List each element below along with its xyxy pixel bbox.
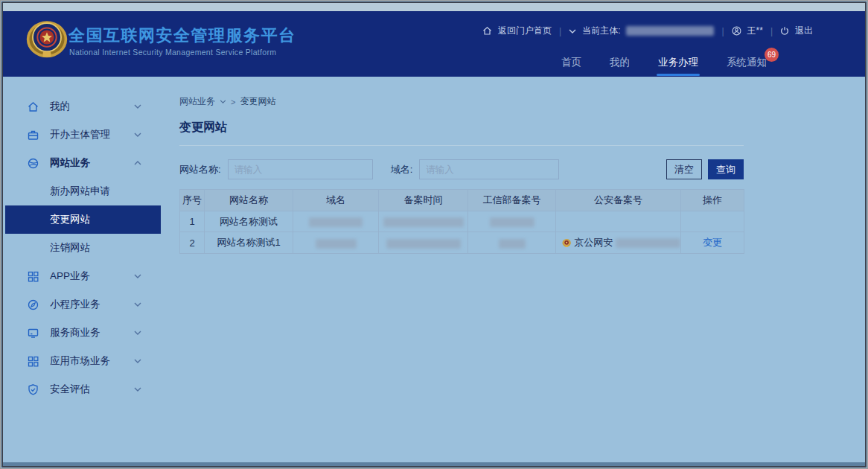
notice-count-badge: 69 bbox=[765, 48, 779, 62]
action-cell: 变更 bbox=[681, 232, 744, 254]
logout-link[interactable]: 退出 bbox=[795, 25, 813, 37]
sidebar-item-label: APP业务 bbox=[50, 269, 90, 283]
breadcrumb-parent[interactable]: 网站业务 bbox=[179, 95, 215, 108]
sidebar-item-security-assessment[interactable]: 安全评估 bbox=[5, 375, 161, 403]
record-time-cell bbox=[379, 232, 468, 254]
col-action: 操作 bbox=[681, 190, 744, 211]
redacted-subject-name bbox=[626, 26, 714, 36]
user-icon bbox=[732, 26, 741, 36]
home-icon bbox=[482, 26, 492, 36]
nav-tab-business[interactable]: 业务办理 bbox=[658, 56, 698, 69]
main-content: 网站业务 > 变更网站 变更网站 网站名称: 域名: 清空 查询 bbox=[179, 79, 744, 254]
chevron-down-icon bbox=[134, 133, 141, 137]
sidebar-subitem-label: 注销网站 bbox=[50, 241, 90, 255]
col-index: 序号 bbox=[180, 190, 205, 211]
app-window: 全国互联网安全管理服务平台 National Internet Security… bbox=[0, 0, 868, 469]
home-icon bbox=[27, 100, 39, 113]
sidebar-item-app-business[interactable]: APP业务 bbox=[5, 262, 161, 290]
shield-check-icon bbox=[27, 383, 39, 396]
breadcrumb-separator: > bbox=[231, 98, 235, 106]
chevron-down-icon bbox=[134, 302, 141, 307]
nav-tab-home[interactable]: 首页 bbox=[561, 56, 581, 69]
sidebar-item-provider-business[interactable]: 服务商业务 bbox=[5, 319, 161, 347]
sidebar-subitem-label: 变更网站 bbox=[50, 213, 90, 226]
chevron-down-icon[interactable] bbox=[220, 100, 226, 103]
separator: | bbox=[769, 26, 774, 36]
search-button[interactable]: 查询 bbox=[708, 159, 744, 179]
redacted-text bbox=[383, 217, 464, 227]
police-badge-logo bbox=[25, 16, 68, 60]
sidebar-subitem-change-website[interactable]: 变更网站 bbox=[5, 205, 161, 234]
sidebar-item-miniprogram-business[interactable]: 小程序业务 bbox=[5, 290, 161, 319]
breadcrumb-current: 变更网站 bbox=[240, 95, 275, 108]
grid-icon bbox=[27, 270, 39, 283]
sidebar-item-appmarket-business[interactable]: 应用市场业务 bbox=[5, 347, 161, 375]
redacted-text bbox=[309, 217, 363, 227]
mini-police-badge-icon bbox=[562, 238, 571, 248]
sidebar-item-mine[interactable]: 我的 bbox=[5, 92, 161, 121]
site-name-label: 网站名称: bbox=[179, 163, 221, 176]
sidebar-item-label: 网站业务 bbox=[50, 156, 90, 170]
sidebar-item-entity-management[interactable]: 开办主体管理 bbox=[5, 121, 161, 149]
redacted-text bbox=[316, 239, 357, 249]
sidebar-item-website-business[interactable]: 网站业务 bbox=[5, 149, 161, 177]
header-utility-bar: 返回门户首页 | 当前主体: | 王** | 退出 bbox=[482, 25, 813, 37]
miit-record-cell bbox=[468, 232, 556, 254]
sidebar-item-label: 开办主体管理 bbox=[50, 128, 110, 141]
domain-input[interactable] bbox=[419, 159, 559, 179]
row-index: 2 bbox=[180, 232, 205, 254]
col-domain: 域名 bbox=[293, 190, 379, 211]
sidebar-subitem-label: 新办网站申请 bbox=[50, 185, 110, 198]
platform-subtitle: National Internet Security Management Se… bbox=[69, 48, 276, 57]
sidebar-item-label: 应用市场业务 bbox=[50, 354, 110, 368]
sidebar-subitem-cancel-website[interactable]: 注销网站 bbox=[5, 234, 161, 262]
monitor-icon bbox=[27, 327, 39, 339]
domain-label: 域名: bbox=[391, 163, 413, 176]
chevron-down-icon bbox=[134, 331, 141, 335]
header: 全国互联网安全管理服务平台 National Internet Security… bbox=[3, 11, 865, 77]
site-name-cell: 网站名称测试1 bbox=[205, 232, 293, 254]
page-title: 变更网站 bbox=[179, 120, 744, 135]
redacted-text bbox=[499, 239, 526, 249]
sidebar-subitem-new-website[interactable]: 新办网站申请 bbox=[5, 177, 161, 205]
action-cell bbox=[681, 211, 744, 232]
sidebar: 我的 开办主体管理 网站业务 新办网站申请 bbox=[5, 92, 161, 403]
grid-icon bbox=[27, 355, 39, 368]
col-miit-record-no: 工信部备案号 bbox=[468, 190, 556, 211]
police-record-prefix: 京公网安 bbox=[574, 236, 613, 249]
col-site-name: 网站名称 bbox=[205, 190, 293, 211]
sidebar-item-label: 安全评估 bbox=[50, 383, 90, 396]
username[interactable]: 王** bbox=[747, 25, 763, 37]
clear-button[interactable]: 清空 bbox=[666, 159, 702, 179]
briefcase-icon bbox=[27, 129, 39, 141]
domain-cell bbox=[293, 211, 379, 232]
chevron-up-icon bbox=[134, 161, 141, 165]
return-portal-link[interactable]: 返回门户首页 bbox=[498, 25, 552, 37]
row-index: 1 bbox=[180, 211, 205, 232]
header-nav: 首页 我的 业务办理 系统通知 69 bbox=[561, 56, 767, 69]
redacted-text bbox=[386, 239, 461, 249]
separator: | bbox=[558, 26, 563, 36]
nav-tab-notices[interactable]: 系统通知 69 bbox=[727, 56, 767, 69]
chevron-down-icon[interactable] bbox=[569, 29, 576, 34]
breadcrumb: 网站业务 > 变更网站 bbox=[179, 95, 744, 108]
site-name-input[interactable] bbox=[228, 159, 373, 179]
record-time-cell bbox=[379, 211, 468, 232]
sidebar-item-label: 服务商业务 bbox=[50, 326, 100, 339]
sidebar-item-label: 我的 bbox=[50, 100, 70, 113]
search-form: 网站名称: 域名: 清空 查询 bbox=[179, 159, 744, 179]
window-bottom-strip bbox=[3, 462, 865, 466]
change-link[interactable]: 变更 bbox=[703, 237, 722, 248]
police-record-cell bbox=[556, 211, 681, 232]
sidebar-item-label: 小程序业务 bbox=[50, 298, 100, 311]
redacted-text bbox=[490, 217, 534, 227]
nav-tab-notices-label: 系统通知 bbox=[727, 57, 767, 68]
nav-tab-mine[interactable]: 我的 bbox=[610, 56, 630, 69]
police-record-cell: 京公网安 bbox=[556, 232, 681, 254]
redacted-text bbox=[616, 238, 680, 248]
separator: | bbox=[720, 26, 725, 36]
app-frame: 全国互联网安全管理服务平台 National Internet Security… bbox=[1, 1, 867, 468]
miit-record-cell bbox=[468, 211, 556, 232]
col-record-time: 备案时间 bbox=[379, 190, 468, 211]
window-top-strip bbox=[3, 3, 865, 11]
